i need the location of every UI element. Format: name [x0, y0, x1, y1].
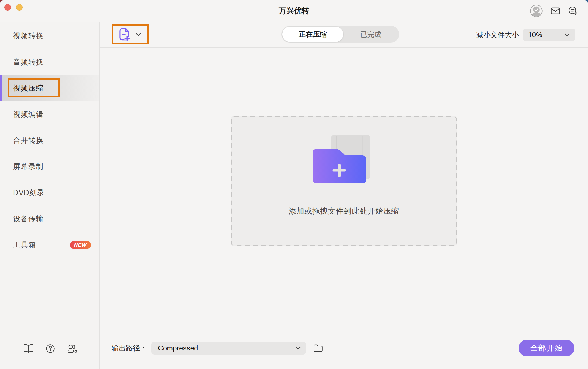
- sidebar-item-video-edit[interactable]: 视频编辑: [0, 101, 99, 127]
- sidebar-item-label: 视频编辑: [13, 109, 44, 119]
- footer-bar: 输出路径： Compressed 全部开始: [100, 327, 588, 369]
- sidebar-item-video-convert[interactable]: 视频转换: [0, 23, 99, 49]
- output-path-label: 输出路径：: [112, 343, 147, 353]
- reduce-size-select[interactable]: 10%: [523, 29, 575, 41]
- selected-accent-bar: [0, 75, 2, 101]
- sidebar-item-label: DVD刻录: [13, 188, 45, 198]
- sidebar-item-screen-record[interactable]: 屏幕录制: [0, 153, 99, 180]
- account-icon[interactable]: [530, 4, 543, 17]
- sidebar: 视频转换 音频转换 视频压缩 视频编辑 合并转换 屏幕录制 DVD刻录: [0, 22, 100, 369]
- browse-folder-button[interactable]: [313, 344, 323, 352]
- sidebar-item-label: 视频转换: [13, 31, 44, 41]
- sidebar-item-device-transfer[interactable]: 设备传输: [0, 206, 99, 232]
- help-icon[interactable]: [45, 343, 56, 354]
- folder-icon: [313, 344, 323, 352]
- reduce-size-value: 10%: [528, 31, 542, 39]
- sidebar-item-label: 屏幕录制: [13, 162, 44, 171]
- sidebar-item-video-compress[interactable]: 视频压缩: [0, 75, 99, 101]
- start-all-button[interactable]: 全部开始: [519, 340, 574, 356]
- community-icon[interactable]: [67, 343, 78, 354]
- sidebar-item-label: 合并转换: [13, 136, 44, 145]
- sidebar-item-dvd-burn[interactable]: DVD刻录: [0, 180, 99, 206]
- chevron-down-icon: [565, 33, 570, 36]
- sidebar-item-merge-convert[interactable]: 合并转换: [0, 127, 99, 153]
- tab-completed[interactable]: 已完成: [343, 27, 398, 42]
- reduce-size-label: 减小文件大小: [476, 30, 519, 40]
- feedback-icon[interactable]: [568, 6, 578, 16]
- drop-zone-hint: 添加或拖拽文件到此处开始压缩: [289, 206, 399, 216]
- toolbar: 正在压缩 已完成 减小文件大小 10%: [100, 22, 588, 48]
- output-path-value: Compressed: [158, 344, 198, 352]
- add-file-button[interactable]: [112, 24, 149, 44]
- sidebar-item-audio-convert[interactable]: 音频转换: [0, 49, 99, 75]
- sidebar-item-label: 设备传输: [13, 214, 44, 224]
- content-area: 添加或拖拽文件到此处开始压缩: [100, 48, 588, 326]
- titlebar: 万兴优转: [0, 0, 588, 22]
- new-badge: NEW: [70, 241, 91, 249]
- add-file-icon: [119, 27, 131, 41]
- sidebar-item-label: 工具箱: [13, 240, 36, 250]
- window-title: 万兴优转: [0, 0, 588, 22]
- sidebar-nav: 视频转换 音频转换 视频压缩 视频编辑 合并转换 屏幕录制 DVD刻录: [0, 23, 99, 258]
- sidebar-item-toolbox[interactable]: 工具箱 NEW: [0, 232, 99, 258]
- output-path-select[interactable]: Compressed: [151, 342, 306, 355]
- chevron-down-icon: [135, 32, 142, 36]
- sidebar-item-label: 音频转换: [13, 57, 44, 67]
- sidebar-item-label: 视频压缩: [13, 83, 44, 93]
- tab-compressing[interactable]: 正在压缩: [282, 27, 343, 42]
- user-guide-book-icon[interactable]: [23, 343, 34, 354]
- chevron-down-icon: [296, 347, 301, 350]
- status-tabs: 正在压缩 已完成: [281, 26, 399, 43]
- main-area: 正在压缩 已完成 减小文件大小 10%: [100, 22, 588, 369]
- file-drop-zone[interactable]: 添加或拖拽文件到此处开始压缩: [231, 116, 457, 246]
- mail-icon[interactable]: [550, 7, 560, 15]
- add-folder-icon: [313, 135, 375, 188]
- app-window: 万兴优转: [0, 0, 588, 369]
